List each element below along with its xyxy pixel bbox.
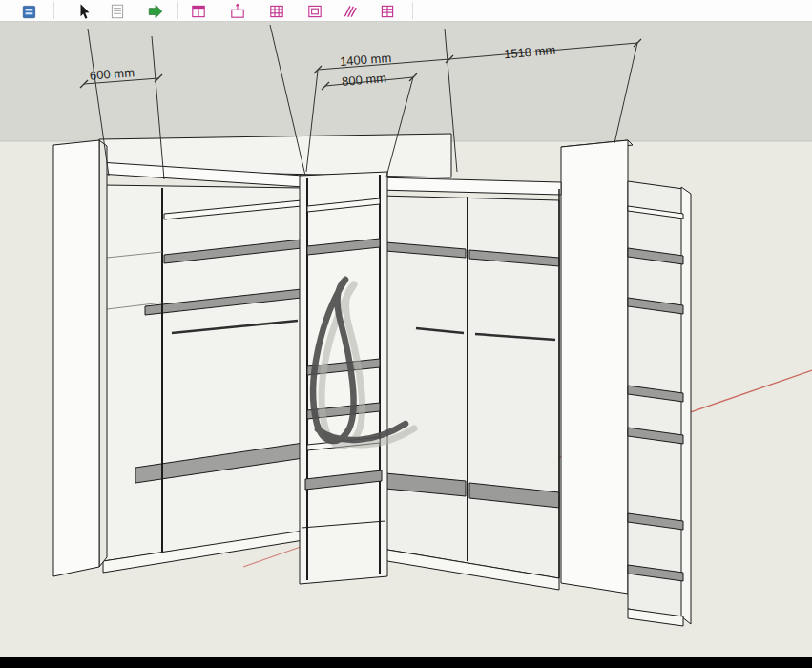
select-tool-icon[interactable] [73, 0, 96, 20]
toolbar [0, 0, 812, 22]
viewport-canvas [0, 0, 812, 668]
cabinet-report-tool-icon[interactable] [376, 0, 399, 20]
left-side-panel [53, 140, 107, 576]
right-shelf-unit [628, 181, 691, 626]
toolbar-separator [177, 2, 178, 19]
cabinet-panel-tool-icon[interactable] [303, 0, 326, 20]
export-tool-icon[interactable] [144, 0, 167, 20]
3d-viewport[interactable]: 600 mm 1400 mm 800 mm 1518 mm [0, 0, 812, 668]
right-column [561, 140, 633, 594]
cabinet-dimension-tool-icon[interactable] [226, 0, 249, 20]
open-model-icon[interactable] [18, 0, 41, 20]
toolbar-separator [412, 2, 413, 19]
toolbar-separator [53, 2, 54, 19]
cabinet-hatch-tool-icon[interactable] [339, 0, 362, 20]
cabinet-grid-tool-icon[interactable] [265, 0, 288, 20]
wardrobe-model [53, 134, 691, 626]
cabinet-front-tool-icon[interactable] [187, 0, 210, 20]
entity-info-icon[interactable] [106, 0, 129, 20]
bottom-bar [0, 657, 812, 668]
left-wing [99, 162, 303, 573]
